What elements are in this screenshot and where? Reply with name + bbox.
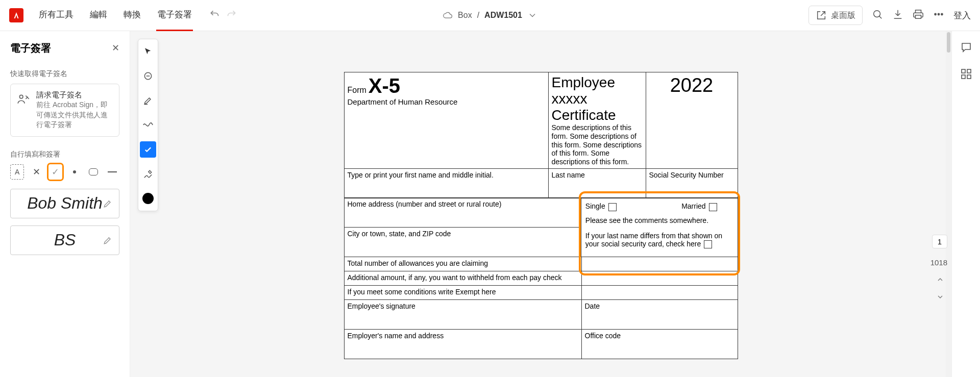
breadcrumb-source: Box: [458, 11, 472, 20]
redo-button[interactable]: [227, 9, 237, 21]
color-swatch[interactable]: [138, 190, 158, 207]
pdf-page: Form X-5 Department of Human Resource Em…: [344, 72, 738, 359]
highlight-tool[interactable]: [138, 92, 158, 109]
text-comment-tool[interactable]: [138, 68, 158, 84]
page-up-button[interactable]: [936, 275, 944, 286]
document-canvas[interactable]: Form X-5 Department of Human Resource Em…: [130, 31, 951, 377]
esign-panel: 電子簽署 ✕ 快速取得電子簽名 請求電子簽名 前往 Acrobat Sign，即…: [0, 31, 130, 377]
fill-tool-row: A ✕ ✓: [10, 164, 119, 180]
form-year: 2022: [670, 74, 714, 96]
menu-all-tools[interactable]: 所有工具: [38, 0, 75, 31]
vertical-scrollbar[interactable]: [946, 31, 951, 377]
cloud-icon: [443, 10, 453, 20]
menu-edit[interactable]: 編輯: [89, 0, 108, 31]
svg-point-4: [19, 95, 23, 98]
comments-rail-button[interactable]: [960, 41, 972, 56]
signature-initials[interactable]: BS: [10, 225, 119, 255]
edit-signature-icon[interactable]: [103, 194, 113, 213]
request-title: 請求電子簽名: [36, 90, 113, 100]
more-button[interactable]: [933, 9, 944, 22]
freeform-tool[interactable]: [138, 117, 158, 133]
single-checkbox[interactable]: [608, 203, 617, 211]
request-signature-card[interactable]: 請求電子簽名 前往 Acrobat Sign，即可傳送文件供其他人進行電子簽署: [10, 84, 119, 137]
name-differs-checkbox[interactable]: [704, 240, 712, 248]
svg-point-0: [874, 11, 880, 17]
check-tool[interactable]: ✓: [48, 164, 62, 180]
document-name: ADW1501: [484, 11, 522, 20]
form-code: X-5: [369, 74, 400, 97]
close-panel-button[interactable]: ✕: [112, 42, 119, 54]
topbar: 所有工具 編輯 轉換 電子簽署 Box / ADW1501 桌面版 登入: [0, 0, 980, 31]
print-button[interactable]: [913, 9, 924, 22]
app-logo[interactable]: [9, 8, 23, 22]
dot-tool[interactable]: [67, 164, 81, 180]
edit-initials-icon[interactable]: [103, 231, 113, 249]
open-desktop-button[interactable]: 桌面版: [808, 6, 863, 25]
pointer-tool[interactable]: [138, 43, 158, 60]
page-down-button[interactable]: [936, 293, 944, 303]
main-menu: 所有工具 編輯 轉換 電子簽署: [38, 0, 193, 31]
svg-rect-6: [962, 69, 965, 73]
page-total: 1018: [930, 258, 947, 267]
history-controls: [209, 9, 237, 21]
search-button[interactable]: [872, 9, 883, 22]
married-checkbox[interactable]: [709, 203, 717, 211]
section-self-sign-label: 自行填寫和簽署: [10, 150, 119, 159]
section-quick-sign-label: 快速取得電子簽名: [10, 69, 119, 79]
panels-rail-button[interactable]: [960, 68, 972, 82]
rounded-rect-tool[interactable]: [86, 164, 100, 180]
svg-rect-7: [967, 69, 971, 73]
login-button[interactable]: 登入: [953, 10, 971, 21]
menu-esign[interactable]: 電子簽署: [156, 0, 193, 31]
form-title: Employee xxxxx Certificate: [552, 74, 643, 123]
panel-title: 電子簽署: [10, 41, 119, 55]
chevron-down-icon[interactable]: [527, 10, 537, 20]
menu-convert[interactable]: 轉換: [122, 0, 142, 31]
svg-rect-9: [967, 75, 971, 79]
annotation-toolbar: [138, 39, 158, 211]
request-sign-icon: [17, 90, 31, 130]
svg-point-2: [938, 13, 939, 15]
draw-tool[interactable]: [138, 166, 158, 182]
text-field-tool[interactable]: A: [10, 164, 24, 180]
download-button[interactable]: [892, 9, 903, 22]
svg-point-1: [935, 13, 936, 15]
svg-point-3: [941, 13, 943, 15]
undo-button[interactable]: [209, 9, 219, 21]
signature-full[interactable]: Bob Smith: [10, 189, 119, 218]
request-desc: 前往 Acrobat Sign，即可傳送文件供其他人進行電子簽署: [36, 100, 113, 130]
cross-tool[interactable]: ✕: [29, 164, 43, 180]
page-number-input[interactable]: 1: [932, 235, 947, 248]
svg-rect-8: [962, 75, 965, 79]
right-rail: [951, 31, 980, 377]
line-tool[interactable]: [106, 164, 119, 180]
breadcrumb[interactable]: Box / ADW1501: [443, 10, 537, 20]
checkmark-tool[interactable]: [140, 141, 156, 158]
